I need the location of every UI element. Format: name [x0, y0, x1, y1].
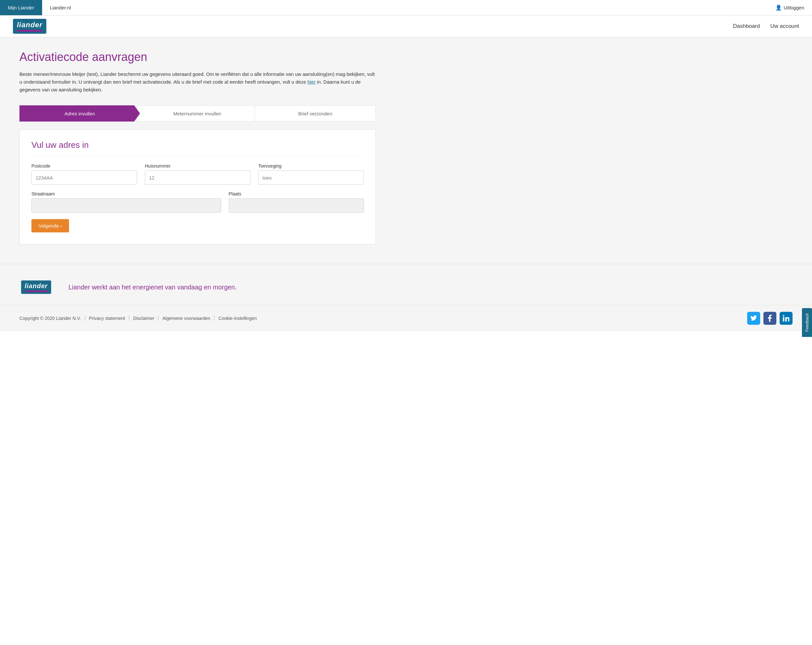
step-2-label: Meternummer invullen: [173, 111, 221, 116]
linkedin-icon[interactable]: [780, 312, 792, 325]
twitter-icon[interactable]: [747, 312, 760, 325]
huisnummer-input[interactable]: [145, 171, 250, 185]
hier-link[interactable]: hier: [307, 79, 316, 85]
site-header: liander Dashboard Uw account: [0, 15, 812, 37]
footer-logo: liander: [20, 280, 53, 295]
feedback-tab[interactable]: Feedback: [802, 308, 812, 331]
logo-text: liander: [17, 21, 43, 29]
user-icon: 👤: [775, 5, 782, 11]
footer-links: Copyright © 2020 Liander N.V. Privacy st…: [20, 316, 261, 321]
form-row-2: Straatnaam Plaats: [31, 191, 364, 212]
footer-bottom: Copyright © 2020 Liander N.V. Privacy st…: [0, 305, 812, 331]
footer-tagline: Liander werkt aan het energienet van van…: [69, 284, 237, 291]
logo-underline: [17, 30, 43, 32]
tab-mijn-liander[interactable]: Mijn Liander: [0, 0, 42, 15]
form-row-1: Postcode Huisnummer Toevoeging: [31, 164, 364, 185]
huisnummer-label: Huisnummer: [145, 164, 250, 168]
footer: liander Liander werkt aan het energienet…: [0, 264, 812, 331]
page-title: Activatiecode aanvragen: [20, 50, 792, 64]
next-button[interactable]: Volgende ›: [31, 219, 69, 232]
footer-logo-box: liander: [21, 280, 51, 293]
toevoeging-group: Toevoeging: [258, 164, 364, 185]
postcode-group: Postcode: [31, 164, 137, 185]
footer-cookie-link[interactable]: Cookie-instellingen: [218, 316, 256, 321]
logout-button[interactable]: Uitloggen: [784, 5, 804, 11]
address-form-card: Vul uw adres in Postcode Huisnummer Toev…: [20, 129, 376, 245]
step-1[interactable]: Adres invullen: [20, 105, 140, 122]
form-card-title: Vul uw adres in: [31, 140, 364, 156]
footer-copyright: Copyright © 2020 Liander N.V.: [20, 316, 85, 321]
nav-account[interactable]: Uw account: [770, 23, 799, 29]
social-icons: [747, 312, 792, 325]
page-description: Beste meneer/mevrouw Meijer (test), Lian…: [20, 70, 376, 94]
footer-logo-text: liander: [24, 282, 47, 290]
top-nav: Mijn Liander Liander.nl 👤 Uitloggen: [0, 0, 812, 15]
footer-logo-underline: [24, 290, 47, 292]
logo-box: liander: [13, 19, 46, 34]
plaats-input[interactable]: [229, 199, 364, 212]
toevoeging-input[interactable]: [258, 171, 364, 185]
top-nav-tabs: Mijn Liander Liander.nl: [0, 0, 79, 15]
straatnaam-group: Straatnaam: [31, 191, 221, 212]
step-3-label: Brief verzonden: [298, 111, 332, 116]
page-content: Activatiecode aanvragen Beste meneer/mev…: [0, 37, 812, 264]
step-1-label: Adres invullen: [64, 111, 95, 116]
footer-algemene-link[interactable]: Algemene voorwaarden: [162, 316, 210, 321]
main-nav: Dashboard Uw account: [733, 23, 799, 29]
step-3[interactable]: Brief verzonden: [255, 105, 376, 122]
steps-nav: Adres invullen Meternummer invullen Brie…: [20, 105, 376, 122]
plaats-group: Plaats: [229, 191, 364, 212]
nav-dashboard[interactable]: Dashboard: [733, 23, 760, 29]
facebook-icon[interactable]: [763, 312, 776, 325]
footer-privacy-link[interactable]: Privacy statement: [89, 316, 125, 321]
tab-liander-nl[interactable]: Liander.nl: [42, 0, 79, 15]
plaats-label: Plaats: [229, 191, 364, 196]
straatnaam-input[interactable]: [31, 199, 221, 212]
footer-main: liander Liander werkt aan het energienet…: [0, 264, 812, 305]
straatnaam-label: Straatnaam: [31, 191, 221, 196]
huisnummer-group: Huisnummer: [145, 164, 250, 185]
postcode-label: Postcode: [31, 164, 137, 168]
logo-wrap[interactable]: liander: [13, 19, 46, 34]
top-nav-right: 👤 Uitloggen: [775, 5, 812, 11]
postcode-input[interactable]: [31, 171, 137, 185]
footer-disclaimer-link[interactable]: Disclaimer: [133, 316, 154, 321]
step-2[interactable]: Meternummer invullen: [137, 105, 258, 122]
toevoeging-label: Toevoeging: [258, 164, 364, 168]
